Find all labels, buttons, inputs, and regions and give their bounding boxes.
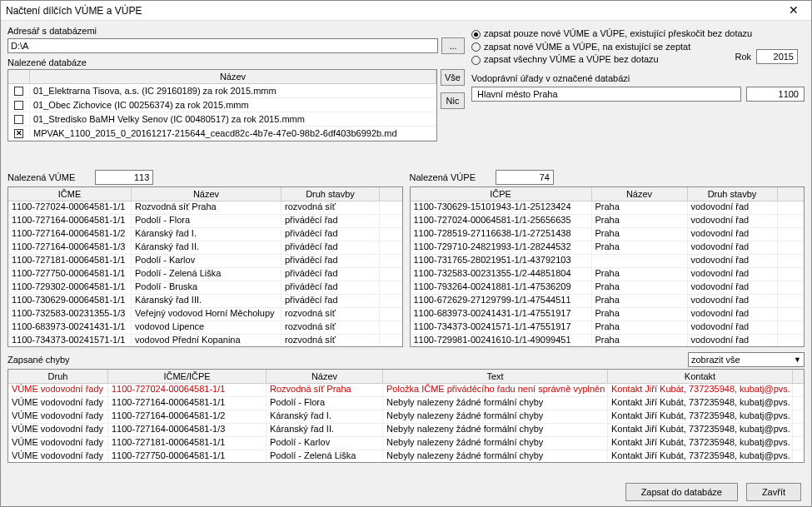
window-title: Načtení dílčích VÚME a VÚPE <box>6 5 142 17</box>
error-row[interactable]: VÚME vodovodní řady1100-727164-00064581-… <box>8 410 804 424</box>
db-row[interactable]: 01_Obec Zichovice (IC 00256374) za rok 2… <box>8 98 436 112</box>
db-name: 01_Obec Zichovice (IC 00256374) za rok 2… <box>30 100 436 110</box>
db-checkbox[interactable] <box>14 87 23 96</box>
table-row[interactable]: 1100-732583-00231355-1/2-44851804Prahavo… <box>411 268 805 281</box>
table-row[interactable]: 1100-683973-00241431-1/1vodovod Lipencer… <box>8 321 402 335</box>
error-row[interactable]: VÚME vodovodní řady1100-727164-00064581-… <box>8 424 804 437</box>
db-checkbox[interactable] <box>14 115 23 124</box>
table-row[interactable]: 1100-729302-00064581-1/1Podolí - Bruskap… <box>8 281 402 295</box>
db-row[interactable]: MPVAK_1100_2015_0_20161217-215644_ceacd8… <box>8 127 436 141</box>
errors-grid[interactable]: Druh IČME/IČPE Název Text Kontakt VÚME v… <box>7 369 805 463</box>
table-row[interactable]: 1100-727181-00064581-1/1Podolí - Karlovp… <box>8 255 402 268</box>
vupe-grid[interactable]: IČPE Název Druh stavby 1100-730629-15101… <box>410 186 805 347</box>
vupe-count: 74 <box>496 170 554 185</box>
close-button[interactable]: Zavřít <box>746 483 801 501</box>
year-field: Rok 2015 <box>735 49 798 64</box>
vu-name: Hlavní město Praha <box>471 87 741 102</box>
table-row[interactable]: 1100-730629-00064581-1/1Káranský řad III… <box>8 295 402 308</box>
error-row[interactable]: VÚME vodovodní řady1100-727750-00064581-… <box>8 450 804 463</box>
db-name: 01_Stredisko BaMH Velky Senov (IC 004805… <box>30 114 436 124</box>
errors-label: Zapsané chyby <box>7 355 70 365</box>
year-value: 2015 <box>756 49 798 64</box>
table-row[interactable]: 1100-683973-00241431-1/1-47551917Prahavo… <box>411 308 805 321</box>
vu-label: Vodoprávní úřady v označené databázi <box>471 73 805 83</box>
vu-code: 1100 <box>746 87 805 102</box>
db-name: MPVAK_1100_2015_0_20161217-215644_ceacd8… <box>30 128 436 138</box>
table-row[interactable]: 1100-730629-15101943-1/1-25123424Prahavo… <box>411 201 805 215</box>
vume-grid[interactable]: IČME Název Druh stavby 1100-727024-00064… <box>7 186 403 347</box>
table-row[interactable]: 1100-727164-00064581-1/2Káranský řad I.p… <box>8 228 402 241</box>
dir-label: Adresář s databázemi <box>7 26 465 36</box>
errors-filter-combo[interactable]: zobrazit vše ▼ <box>688 352 805 367</box>
vume-count: 113 <box>95 170 153 185</box>
table-row[interactable]: 1100-727024-00064581-1/1-25656635Prahavo… <box>411 215 805 228</box>
table-row[interactable]: 1100-727164-00064581-1/1Podolí - Florapř… <box>8 215 402 228</box>
db-name: 01_Elektrarna Tisova, a.s. (IC 29160189)… <box>30 86 436 96</box>
db-row[interactable]: 01_Elektrarna Tisova, a.s. (IC 29160189)… <box>8 84 436 98</box>
table-row[interactable]: 1100-734373-00241571-1/1-47551917Prahavo… <box>411 321 805 335</box>
table-row[interactable]: 1100-734373-00241571-1/1vodovod Přední K… <box>8 335 402 346</box>
year-label: Rok <box>735 52 751 62</box>
table-row[interactable]: 1100-727750-00064581-1/1Podolí - Zelená … <box>8 268 402 281</box>
table-row[interactable]: 1100-731765-28021951-1/1-43792103vodovod… <box>411 255 805 268</box>
table-row[interactable]: 1100-727164-00064581-1/3Káranský řad II.… <box>8 241 402 255</box>
vupe-label: Nalezená VÚPE <box>410 172 476 182</box>
titlebar: Načtení dílčích VÚME a VÚPE ✕ <box>1 1 811 21</box>
table-row[interactable]: 1100-672629-27129799-1/1-47544511Prahavo… <box>411 295 805 308</box>
table-row[interactable]: 1100-728519-27116638-1/1-27251438Prahavo… <box>411 228 805 241</box>
error-row[interactable]: VÚME vodovodní řady1100-727164-00064581-… <box>8 397 804 410</box>
error-row[interactable]: VÚME vodovodní řady1100-727181-00064581-… <box>8 437 804 450</box>
db-checkbox[interactable] <box>14 101 23 110</box>
chevron-down-icon: ▼ <box>794 355 801 364</box>
table-row[interactable]: 1100-727024-00064581-1/1Rozvodná síť Pra… <box>8 201 402 215</box>
table-row[interactable]: 1100-729981-00241610-1/1-49099451Prahavo… <box>411 335 805 346</box>
table-row[interactable]: 1100-732583-00231355-1/3Veřejný vodovod … <box>8 308 402 321</box>
db-checkbox[interactable] <box>14 129 23 138</box>
dialog-window: Načtení dílčích VÚME a VÚPE ✕ Rok 2015 A… <box>0 0 812 507</box>
error-row[interactable]: VÚME vodovodní řady1100-727024-00064581-… <box>8 384 804 397</box>
browse-button[interactable]: ... <box>441 37 465 54</box>
table-row[interactable]: 1100-793264-00241881-1/1-47536209Prahavo… <box>411 281 805 295</box>
vume-label: Nalezená VÚME <box>7 172 75 182</box>
save-to-db-button[interactable]: Zapsat do databáze <box>625 483 738 501</box>
close-icon[interactable]: ✕ <box>781 2 806 19</box>
dbs-label: Nalezené databáze <box>7 57 465 67</box>
dir-input[interactable] <box>7 38 438 53</box>
db-header-name: Název <box>30 70 436 83</box>
db-table: Název 01_Elektrarna Tisova, a.s. (IC 291… <box>7 69 437 142</box>
db-row[interactable]: 01_Stredisko BaMH Velky Senov (IC 004805… <box>8 112 436 127</box>
footer: Zapsat do databáze Zavřít <box>1 478 811 506</box>
select-all-button[interactable]: Vše <box>441 69 465 86</box>
radio-option-1[interactable]: zapsat pouze nové VÚME a VÚPE, existujíc… <box>471 28 805 39</box>
table-row[interactable]: 1100-729710-24821993-1/1-28244532Prahavo… <box>411 241 805 255</box>
select-none-button[interactable]: Nic <box>441 92 465 109</box>
